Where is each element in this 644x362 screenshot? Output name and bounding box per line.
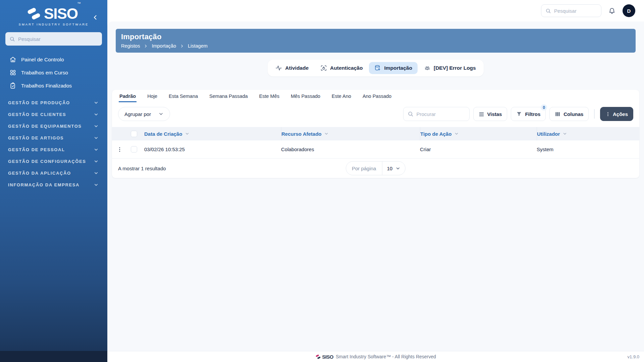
column-header-data-de-criacao[interactable]: Data de Criação [144,127,281,140]
chevron-down-icon [94,159,99,164]
column-header-tipo-de-acao[interactable]: Tipo de Ação [420,127,537,140]
filter-tab-ano-passado[interactable]: Ano Passado [362,90,392,102]
sidebar-item-trabalhos-em-curso[interactable]: Trabalhos em Curso [0,66,107,79]
per-page-label: Por página [346,162,382,175]
select-all-checkbox[interactable] [131,131,137,137]
footer-copyright-text: Smart Industry Software™ - All Rights Re… [336,354,436,359]
footer-brand-wordmark: SISO [322,354,333,360]
tab-autenticacao[interactable]: Autenticação [315,62,368,74]
group-by-dropdown[interactable]: Agrupar por [118,107,170,121]
sidebar-collapse-icon[interactable] [92,14,99,21]
sidebar-section-gestao-de-configuracoes[interactable]: GESTÃO DE CONFIGURAÇÕES [0,156,107,167]
column-header-recurso-afetado[interactable]: Recurso Afetado [281,127,420,140]
per-page-value: 10 [387,166,392,171]
global-search-input[interactable] [554,8,597,14]
column-header-label: Tipo de Ação [420,131,451,137]
sidebar-search[interactable] [5,32,102,46]
brand-wordmark: SISO™ [44,6,81,21]
column-header-utilizador[interactable]: Utilizador [537,127,633,140]
app-footer: SISO Smart Industry Software™ - All Righ… [107,351,644,362]
tab-dev-error-logs[interactable]: [DEV] Error Logs [419,62,481,74]
filter-tab-este-ano[interactable]: Este Ano [331,90,352,102]
per-page-select[interactable]: 10 [382,162,405,175]
cell-utilizador: System [537,146,633,152]
tab-importacao[interactable]: Importação [369,62,418,74]
filter-tab-padrao[interactable]: Padrão [119,90,137,102]
filter-tab-mes-passado[interactable]: Mês Passado [290,90,321,102]
filters-button[interactable]: Filtros 0 [511,107,546,121]
listing-card: Padrão Hoje Esta Semana Semana Passada E… [112,90,639,178]
per-page-control: Por página 10 [346,161,406,175]
cell-recurso-afetado: Colaboradores [281,146,420,152]
table-header-row: Data de Criação Recurso Afetado Tipo de … [112,127,639,140]
chevron-down-icon [454,131,459,136]
activity-icon [275,65,282,71]
user-avatar[interactable]: D [623,4,635,17]
table-search-input[interactable] [417,111,465,117]
sidebar-section-label: GESTÃO DE PRODUÇÃO [8,100,70,105]
chevron-right-icon [180,44,184,48]
global-search[interactable] [541,4,601,17]
row-checkbox[interactable] [131,146,137,153]
results-count-text: A mostrar 1 resultado [118,166,166,171]
sidebar-section-informacao-da-empresa[interactable]: INFORMAÇÃO DA EMPRESA [0,179,107,191]
actions-button[interactable]: Ações [600,107,633,121]
breadcrumb-importacao[interactable]: Importação [152,43,176,49]
chevron-down-icon [94,182,99,187]
breadcrumb-registos[interactable]: Registos [121,43,140,49]
search-icon [545,8,551,14]
search-icon [408,111,414,117]
sidebar-item-trabalhos-finalizados[interactable]: Trabalhos Finalizados [0,79,107,92]
sidebar-item-label: Painel de Controlo [21,57,64,63]
sidebar-section-gestao-de-artigos[interactable]: GESTÃO DE ARTIGOS [0,132,107,144]
footer-brand-logo: SISO [315,354,333,360]
brand-logo: SISO™ SMART INDUSTRY SOFTWARE [0,5,107,26]
sidebar-section-gestao-da-aplicacao[interactable]: GESTÃO DA APLICAÇÃO [0,167,107,179]
chevron-down-icon [158,111,164,117]
cell-tipo-de-acao: Criar [420,146,537,152]
sidebar-section-gestao-de-clientes[interactable]: GESTÃO DE CLIENTES [0,109,107,120]
sidebar: SISO™ SMART INDUSTRY SOFTWARE [0,0,107,362]
columns-button[interactable]: Colunas [549,107,589,121]
views-label: Vistas [487,111,502,117]
notifications-bell-icon[interactable] [608,7,616,15]
table-toolbar: Agrupar por [112,102,639,127]
sidebar-section-label: GESTÃO DE CONFIGURAÇÕES [8,159,86,164]
topbar: D [107,0,644,21]
log-type-tabs-wrap: Atividade Autenticação [112,60,639,76]
filter-tab-semana-passada[interactable]: Semana Passada [209,90,248,102]
sidebar-section-label: GESTÃO DA APLICAÇÃO [8,171,71,176]
sidebar-item-painel-de-controlo[interactable]: Painel de Controlo [0,53,107,66]
sidebar-section-gestao-de-pessoal[interactable]: GESTÃO DE PESSOAL [0,144,107,156]
group-by-label: Agrupar por [124,111,151,117]
row-kebab-icon[interactable] [118,147,123,152]
chevron-down-icon [562,131,567,136]
table-row: 03/02/26 10:53:25 Colaboradores Criar Sy… [112,140,639,159]
columns-icon [555,111,560,117]
filter-tab-esta-semana[interactable]: Esta Semana [168,90,199,102]
chevron-down-icon [94,135,99,140]
sidebar-bottom-strip [0,351,107,362]
kebab-icon [605,112,610,117]
filters-count-badge: 0 [541,104,547,111]
column-header-label: Recurso Afetado [281,131,321,137]
tab-atividade[interactable]: Atividade [270,62,314,74]
views-button[interactable]: Vistas [473,107,507,121]
page-title: Importação [121,33,630,41]
filter-tab-hoje[interactable]: Hoje [147,90,158,102]
table-search[interactable] [403,107,470,121]
page-content: Importação Registos Importação Listagem … [107,21,644,351]
chevron-down-icon [94,124,99,129]
bug-icon [424,65,431,71]
tab-label: [DEV] Error Logs [434,65,476,71]
table-pagination: A mostrar 1 resultado Por página 10 [112,159,639,178]
chevron-down-icon [185,131,190,136]
filter-tab-este-mes[interactable]: Este Mês [259,90,280,102]
sidebar-item-label: Trabalhos Finalizados [21,83,72,89]
sidebar-search-input[interactable] [18,36,98,42]
app-version: v1.9.0 [628,354,639,359]
sidebar-section-gestao-de-equipamentos[interactable]: GESTÃO DE EQUIPAMENTOS [0,120,107,132]
chevron-down-icon [94,112,99,117]
sidebar-section-gestao-de-producao[interactable]: GESTÃO DE PRODUÇÃO [0,97,107,109]
search-icon [9,36,15,42]
